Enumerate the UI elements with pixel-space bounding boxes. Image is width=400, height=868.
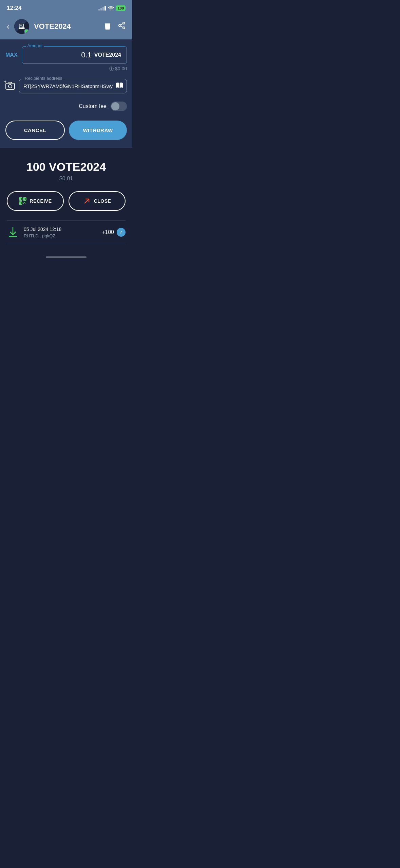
delete-button[interactable] [104, 22, 111, 32]
amount-row: MAX Amount 0.1 VOTE2024 [5, 46, 127, 64]
svg-point-8 [8, 85, 12, 88]
token-name: VOTE2024 [34, 22, 71, 31]
balance-amount: 100 VOTE2024 [7, 160, 126, 174]
close-arrow-icon [83, 197, 91, 205]
book-icon[interactable] [116, 82, 123, 90]
address-row: + Recipients address RTj2SYWR7AM5fGN1RHS… [5, 79, 127, 93]
svg-rect-7 [6, 83, 15, 89]
transaction-list: 05 Jul 2024 12:18 RHTLD...pqkQZ +100 ✓ [7, 220, 126, 244]
address-label: Recipients address [23, 76, 64, 81]
transaction-check-icon: ✓ [117, 228, 126, 237]
transaction-amount: +100 [102, 229, 114, 235]
close-button[interactable]: CLOSE [69, 191, 126, 211]
home-indicator [0, 251, 132, 261]
address-text: RTj2SYWR7AM5fGN1RHSatpnmHSwy [23, 83, 113, 89]
svg-point-4 [123, 27, 125, 29]
transaction-amount-row: +100 ✓ [102, 228, 126, 237]
toggle-knob [111, 102, 119, 110]
transaction-details: 05 Jul 2024 12:18 RHTLD...pqkQZ [24, 227, 97, 238]
svg-point-2 [123, 22, 125, 24]
svg-line-6 [121, 26, 123, 27]
svg-rect-13 [24, 198, 25, 200]
svg-rect-18 [23, 203, 24, 204]
svg-line-5 [121, 23, 123, 25]
status-bar: 12:24 100 [0, 0, 132, 15]
share-button[interactable] [118, 22, 126, 32]
amount-value[interactable]: 0.1 [81, 51, 92, 59]
camera-button[interactable] [5, 82, 15, 91]
svg-rect-15 [20, 202, 21, 204]
header: ‹ 🗳 VOTE2024 [0, 15, 132, 39]
receive-button[interactable]: RECEIVE [7, 191, 64, 211]
max-button[interactable]: MAX [5, 52, 18, 58]
svg-rect-16 [23, 202, 24, 202]
header-actions [104, 22, 126, 32]
amount-label: Amount [26, 43, 44, 48]
svg-rect-11 [20, 198, 21, 200]
svg-rect-19 [25, 203, 25, 204]
svg-rect-20 [24, 202, 25, 203]
back-button[interactable]: ‹ [7, 22, 9, 31]
transaction-address: RHTLD...pqkQZ [24, 233, 97, 238]
close-label: CLOSE [94, 198, 111, 204]
home-bar [46, 256, 87, 258]
header-left: ‹ 🗳 VOTE2024 [7, 19, 71, 34]
amount-value-row: 0.1 VOTE2024 [27, 51, 121, 59]
cancel-button[interactable]: CANCEL [5, 121, 65, 140]
camera-plus-icon: + [4, 79, 6, 84]
amount-input-container: Amount 0.1 VOTE2024 [22, 46, 127, 64]
transaction-date: 05 Jul 2024 12:18 [24, 227, 97, 232]
signal-icon [98, 6, 106, 11]
custom-fee-row: Custom fee [5, 102, 127, 111]
token-logo: 🗳 [14, 19, 29, 34]
balance-usd: $0.01 [7, 176, 126, 182]
status-icons: 100 [98, 5, 126, 11]
action-buttons-row: RECEIVE CLOSE [7, 191, 126, 211]
download-icon [8, 227, 18, 238]
bottom-section: 100 VOTE2024 $0.01 RECEIVE [0, 148, 132, 251]
svg-rect-17 [25, 202, 25, 202]
custom-fee-label: Custom fee [79, 103, 107, 109]
withdraw-button[interactable]: WITHDRAW [69, 121, 127, 140]
online-badge [24, 29, 29, 34]
buttons-row: CANCEL WITHDRAW [5, 121, 127, 140]
transaction-icon [7, 226, 19, 238]
receive-label: RECEIVE [30, 198, 52, 204]
amount-token: VOTE2024 [94, 52, 121, 58]
address-input-container[interactable]: Recipients address RTj2SYWR7AM5fGN1RHSat… [19, 79, 127, 93]
qr-icon [19, 197, 26, 205]
custom-fee-toggle[interactable] [111, 102, 127, 111]
usd-value: ⓘ $0.00 [5, 66, 127, 72]
status-time: 12:24 [7, 5, 21, 12]
wifi-icon [108, 6, 114, 11]
transaction-item[interactable]: 05 Jul 2024 12:18 RHTLD...pqkQZ +100 ✓ [7, 221, 126, 244]
svg-line-21 [85, 199, 89, 203]
svg-point-3 [119, 24, 121, 26]
top-section: MAX Amount 0.1 VOTE2024 ⓘ $0.00 + Recipi… [0, 39, 132, 148]
battery-icon: 100 [116, 5, 126, 11]
